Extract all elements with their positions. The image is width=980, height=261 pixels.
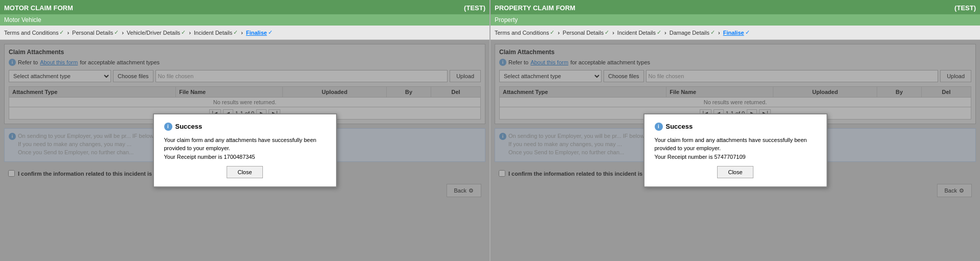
property-step-sep4: › xyxy=(718,30,720,36)
motor-modal-success-icon: i xyxy=(164,123,172,131)
property-body: Claim Attachments i Refer to About this … xyxy=(491,40,980,261)
property-steps-bar: Terms and Conditions ✓ › Personal Detail… xyxy=(491,26,980,40)
motor-title: MOTOR CLAIM FORM xyxy=(4,4,73,12)
motor-modal-line2: Your Receipt number is 1700487345 xyxy=(164,153,326,161)
motor-step-sep1: › xyxy=(67,30,69,36)
motor-step-personal-label: Personal Details xyxy=(72,30,113,36)
motor-step-incident: Incident Details ✓ xyxy=(194,29,238,36)
motor-step-finalise-label[interactable]: Finalise xyxy=(246,30,267,36)
property-modal-close-row: Close xyxy=(655,166,816,178)
motor-modal-box: i Success Your claim form and any attach… xyxy=(153,113,337,188)
motor-step-vehicle-check: ✓ xyxy=(181,29,186,36)
motor-step-terms-check: ✓ xyxy=(59,29,64,36)
property-step-terms: Terms and Conditions ✓ xyxy=(495,29,554,36)
property-title: PROPERTY CLAIM FORM xyxy=(495,4,575,12)
property-step-personal: Personal Details ✓ xyxy=(563,29,609,36)
property-modal-title: Success xyxy=(666,123,693,130)
property-step-finalise-label[interactable]: Finalise xyxy=(723,30,744,36)
property-subheader-label: Property xyxy=(495,16,518,23)
property-modal-close-button[interactable]: Close xyxy=(717,166,753,178)
motor-step-incident-label: Incident Details xyxy=(194,30,232,36)
motor-modal-close-button[interactable]: Close xyxy=(227,166,262,178)
property-step-personal-label: Personal Details xyxy=(563,30,604,36)
property-step-sep1: › xyxy=(558,30,560,36)
property-step-terms-check: ✓ xyxy=(550,29,554,36)
motor-modal-body: Your claim form and any attachments have… xyxy=(164,136,326,161)
motor-panel: MOTOR CLAIM FORM (TEST) Motor Vehicle Te… xyxy=(0,0,489,261)
property-subheader: Property xyxy=(491,14,980,26)
property-step-damage-label: Damage Details xyxy=(670,30,709,36)
motor-step-personal: Personal Details ✓ xyxy=(72,29,119,36)
property-step-incident-label: Incident Details xyxy=(617,30,656,36)
motor-steps-bar: Terms and Conditions ✓ › Personal Detail… xyxy=(0,26,489,40)
property-modal-box: i Success Your claim form and any attach… xyxy=(643,113,828,188)
property-step-personal-check: ✓ xyxy=(605,29,609,36)
motor-subheader-label: Motor Vehicle xyxy=(4,16,41,23)
property-test-badge: (TEST) xyxy=(954,4,976,12)
motor-step-finalise[interactable]: Finalise ✓ xyxy=(246,29,273,36)
property-modal-success-icon: i xyxy=(655,123,663,131)
property-step-incident: Incident Details ✓ xyxy=(617,29,661,36)
property-step-terms-label: Terms and Conditions xyxy=(495,30,549,36)
property-step-finalise[interactable]: Finalise ✓ xyxy=(723,29,750,36)
property-step-sep3: › xyxy=(664,30,666,36)
property-modal-overlay: i Success Your claim form and any attach… xyxy=(491,40,980,261)
motor-step-sep2: › xyxy=(122,30,124,36)
motor-step-personal-check: ✓ xyxy=(114,29,119,36)
motor-modal-overlay: i Success Your claim form and any attach… xyxy=(0,40,489,261)
property-modal-body: Your claim form and any attachments have… xyxy=(655,136,816,161)
property-modal-title-row: i Success xyxy=(655,123,816,131)
motor-header: MOTOR CLAIM FORM (TEST) xyxy=(0,0,489,14)
property-header: PROPERTY CLAIM FORM (TEST) xyxy=(491,0,980,14)
motor-test-badge: (TEST) xyxy=(464,4,485,12)
property-step-sep2: › xyxy=(612,30,614,36)
property-step-finalise-check: ✓ xyxy=(745,29,750,36)
motor-subheader: Motor Vehicle xyxy=(0,14,489,26)
property-step-damage: Damage Details ✓ xyxy=(670,29,715,36)
motor-step-sep3: › xyxy=(189,30,191,36)
motor-modal-line1: Your claim form and any attachments have… xyxy=(164,136,326,153)
property-modal-line2: Your Receipt number is 5747707109 xyxy=(655,153,816,161)
motor-step-terms-label: Terms and Conditions xyxy=(4,30,58,36)
motor-modal-title-row: i Success xyxy=(164,123,326,131)
motor-step-incident-check: ✓ xyxy=(233,29,238,36)
motor-step-terms: Terms and Conditions ✓ xyxy=(4,29,64,36)
motor-step-finalise-check: ✓ xyxy=(268,29,273,36)
motor-step-vehicle-label: Vehicle/Driver Details xyxy=(127,30,181,36)
motor-step-sep4: › xyxy=(241,30,243,36)
property-step-damage-check: ✓ xyxy=(710,29,715,36)
motor-modal-title: Success xyxy=(175,123,203,130)
motor-step-vehicle: Vehicle/Driver Details ✓ xyxy=(127,29,186,36)
property-panel: PROPERTY CLAIM FORM (TEST) Property Term… xyxy=(491,0,980,261)
property-step-incident-check: ✓ xyxy=(657,29,661,36)
motor-modal-close-row: Close xyxy=(164,166,326,178)
motor-body: Claim Attachments i Refer to About this … xyxy=(0,40,489,261)
property-modal-line1: Your claim form and any attachments have… xyxy=(655,136,816,153)
